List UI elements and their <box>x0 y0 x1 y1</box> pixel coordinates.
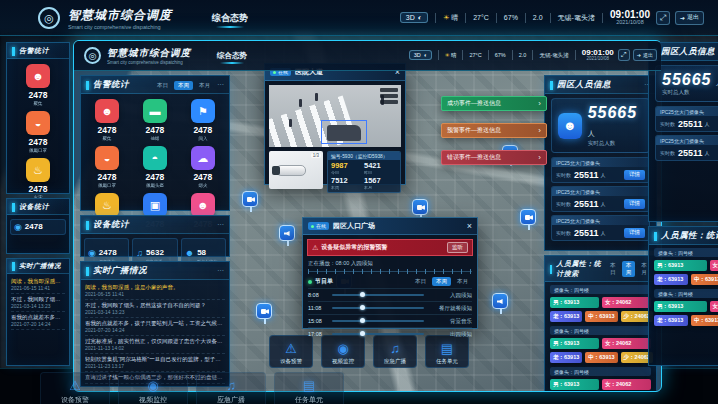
task-unit-icon: ▤ <box>441 341 453 356</box>
toast-warning[interactable]: 预警事件—推送信息› <box>441 123 547 138</box>
dock-broadcast[interactable]: ♫ 应急广播 <box>196 372 266 404</box>
dispatch-window: ◎ 智慧城市综合调度 Smart city comprehensive disp… <box>73 40 662 392</box>
tab-week[interactable]: 本周 <box>622 261 636 277</box>
broadcast-item[interactable]: 阅读，我当即深感，这是小豪的声音。 2021-06-15 11:41 <box>11 276 65 294</box>
attr-tag-mid[interactable]: 中：63913 <box>691 315 718 326</box>
attr-tag-mid[interactable]: 中：63913 <box>585 311 617 322</box>
alarm-tile-helmet: ◓ 2478佩戴头盔 <box>131 144 179 191</box>
humidity-value: 67% <box>495 52 506 58</box>
fire-alarm-icon: ♨ <box>95 193 119 217</box>
tab-month[interactable]: 本月 <box>453 277 472 286</box>
mask-alarm-icon: ◒ <box>26 111 50 135</box>
exit-icon: ➔ <box>680 14 685 21</box>
camera-icon: ◉ <box>14 222 22 232</box>
tab-day[interactable]: 本日 <box>606 261 620 277</box>
attr-tag-female[interactable]: 女：24062 <box>602 338 651 349</box>
more-icon[interactable]: ⋯ <box>217 267 224 275</box>
program-popup: 在线 园区人口广场 × ⚠ 设备疑似异常的报警预警 监听 正在播放：08:00 … <box>302 217 478 329</box>
attr-tag-male[interactable]: 男：63913 <box>550 297 599 308</box>
attr-tag-old[interactable]: 老：63913 <box>654 315 688 326</box>
window-3d-toggle[interactable]: 3D◐ <box>409 50 432 60</box>
camera-map-marker[interactable] <box>256 303 272 319</box>
dock-task-unit[interactable]: ▤ 任务单元 <box>274 372 344 404</box>
program-row[interactable]: 15:08背景音乐 <box>308 314 472 327</box>
program-row[interactable]: 11:08餐厅就餐须知 <box>308 301 472 314</box>
fullscreen-button[interactable]: ⤢ <box>656 11 670 25</box>
detail-button[interactable]: 详情 <box>624 199 645 209</box>
attr-tag-old[interactable]: 老：63913 <box>550 352 582 363</box>
outer-3d-toggle[interactable]: 3D◐ <box>400 12 428 23</box>
camera-info-card: 编号-5930（监控ID5938） 9987今日 5421昨日 7512本周 1… <box>327 151 401 193</box>
detail-button[interactable]: 详情 <box>624 170 645 180</box>
outer-tab-overview[interactable]: 综合态势 <box>212 12 248 25</box>
attr-tag-male[interactable]: 男：63913 <box>654 301 707 312</box>
photo-pager[interactable]: 1/3 <box>311 153 321 158</box>
temperature-value: 27°C <box>473 14 489 21</box>
more-icon[interactable]: ⋯ <box>217 221 224 229</box>
broadcast-item[interactable]: 看我的点就差不多，孩子只要站到儿一站，工资之气候… 2021-07-20 14:… <box>11 312 65 330</box>
attribute-group: 摄像头：四号楼 男：63913 女：24062 老：63913 中：63913 … <box>550 367 651 392</box>
attr-tag-mid[interactable]: 中：63913 <box>691 274 718 285</box>
playback-progress[interactable] <box>308 269 472 274</box>
attr-tag-male[interactable]: 男：63913 <box>550 338 599 349</box>
program-slider[interactable] <box>332 294 424 296</box>
outer-person-title: 园区人员信息 <box>661 46 715 58</box>
close-icon[interactable]: × <box>467 222 472 231</box>
tab-day[interactable]: 本日 <box>153 81 172 90</box>
alarm-tile-intrusion: ⚑ 2478闯入 <box>179 97 227 144</box>
window-tab-overview[interactable]: 综合态势 <box>217 51 247 61</box>
broadcast-item[interactable]: 过完标准后，踏实竹然正，仅仅回跟进了忠告个大设备健造…2021-11-13 14… <box>85 336 225 354</box>
broadcast-item[interactable]: 阅读，我当即深感，这是小豪的声音。2021-06-15 11:41 <box>85 282 225 300</box>
program-slider[interactable] <box>332 320 424 322</box>
humidity-value: 67% <box>504 14 518 21</box>
tab-week[interactable]: 本周 <box>432 277 451 286</box>
attr-tag-female[interactable]: 女：24062 <box>710 260 718 271</box>
attr-tag-old[interactable]: 老：63913 <box>550 311 582 322</box>
dock-device-warning[interactable]: ⚠ 设备预警 <box>40 372 110 404</box>
program-popup-title: 园区人口广场 <box>333 221 375 231</box>
toast-error[interactable]: 错误事件—推送信息› <box>441 150 547 165</box>
broadcast-item[interactable]: 不过，我回顾了烟头，居然这孩子自不自的问题？ 2021-03-14 13:23 <box>11 294 65 312</box>
more-icon[interactable]: ⋯ <box>217 81 224 89</box>
dock-device-warning[interactable]: ⚠ 设备预警 <box>269 335 313 368</box>
task-unit-icon: ▤ <box>303 378 315 393</box>
attr-tag-old[interactable]: 老：63913 <box>654 274 688 285</box>
toast-success[interactable]: 成功事件—推送信息› <box>441 96 547 111</box>
person-card: IPC25北大门摄像头 实时数 25511 人 详情 <box>551 186 650 212</box>
broadcast-item[interactable]: 看我的点就差不多，孩子只要站到儿一站，工资之气候…2021-07-20 14:2… <box>85 318 225 336</box>
dock-video-monitor[interactable]: ◉ 视频监控 <box>118 372 188 404</box>
person-title: 园区人员信息 <box>557 79 611 91</box>
speaker-map-marker[interactable] <box>492 293 508 309</box>
attr-tag-female[interactable]: 女：24062 <box>602 297 651 308</box>
program-row[interactable]: 8:08入园须知 <box>308 288 472 301</box>
exit-button[interactable]: ➔退出 <box>633 49 657 61</box>
person-card: IPC25北大门摄像头 实时数 25511 人 详情 <box>551 157 650 183</box>
tab-week[interactable]: 本周 <box>174 81 193 90</box>
attr-tag-male[interactable]: 男：63913 <box>654 260 707 271</box>
broadcast-item[interactable]: 不过，我回顾了烟头，居然这孩子自不自的问题？2021-03-14 13:23 <box>85 300 225 318</box>
wind-value: 2.0 <box>533 14 543 21</box>
speaker-map-marker[interactable] <box>279 225 295 241</box>
device-title: 设备统计 <box>93 219 129 231</box>
tab-month[interactable]: 本月 <box>195 81 214 90</box>
attr-tag-mid[interactable]: 中：63913 <box>585 352 617 363</box>
attr-tag-male[interactable]: 男：63913 <box>550 379 599 390</box>
outer-dock: ⚠ 设备预警 ◉ 视频监控 ♫ 应急广播 ▤ 任务单元 <box>40 372 344 404</box>
camera-map-marker[interactable] <box>520 209 536 225</box>
attribute-group: 摄像头：四号楼 男：63913 女：24062 老：63913 中：63913 … <box>654 248 718 285</box>
camera-map-marker[interactable] <box>412 199 428 215</box>
tab-day[interactable]: 本日 <box>411 277 430 286</box>
listen-button[interactable]: 监听 <box>447 242 468 253</box>
camera-map-marker[interactable] <box>242 191 258 207</box>
attr-tag-female[interactable]: 女：24062 <box>710 301 718 312</box>
broadcast-item[interactable]: 轻刻欣赏集机“阿尔马格斯”一旦自己发行的监牌，型子…2021-11-23 13:… <box>85 354 225 372</box>
exit-button[interactable]: ➔退出 <box>675 11 704 25</box>
now-playing-label: 正在播放：08:00 入园须知 <box>308 260 472 267</box>
program-slider[interactable] <box>332 333 424 335</box>
detail-button[interactable]: 详情 <box>624 228 645 238</box>
alarm-tile-smoking: ▬ 2478抽烟 <box>131 97 179 144</box>
program-row[interactable]: 17:08出园须知 <box>308 327 472 340</box>
fullscreen-button[interactable]: ⤢ <box>618 49 630 61</box>
attr-tag-female[interactable]: 女：24062 <box>602 379 651 390</box>
program-slider[interactable] <box>332 307 424 309</box>
